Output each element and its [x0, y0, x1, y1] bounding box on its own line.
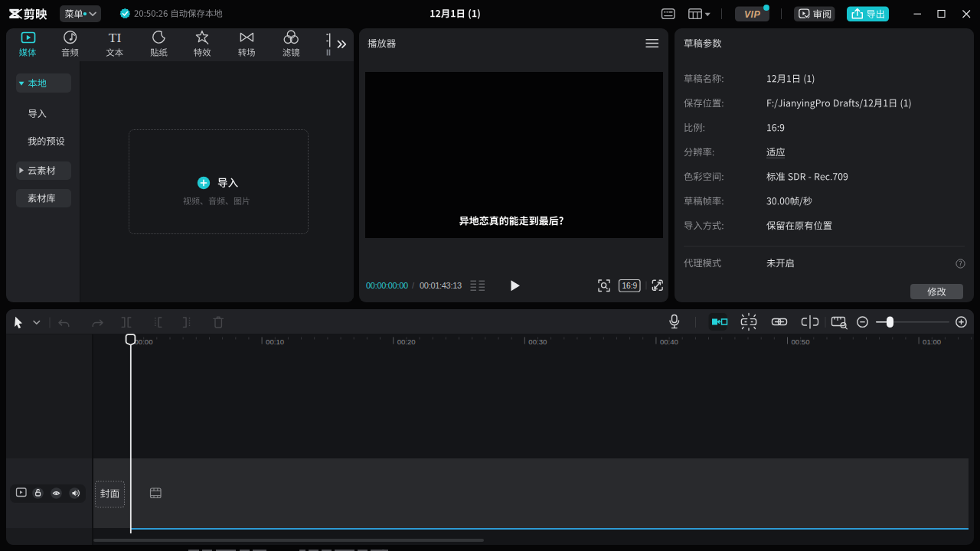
svg-text:TI: TI [109, 30, 122, 45]
svg-text:16:9: 16:9 [622, 282, 637, 290]
svg-text:VIP: VIP [744, 9, 760, 20]
